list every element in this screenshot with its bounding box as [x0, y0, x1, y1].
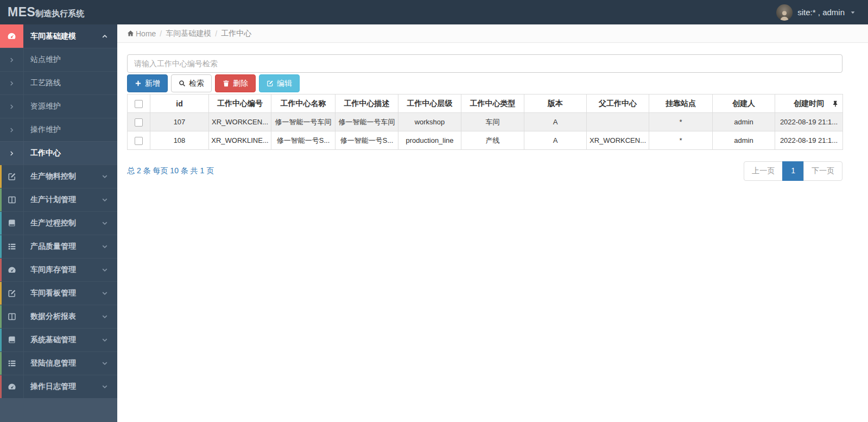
sidebar-group[interactable]: 数据分析报表 — [0, 305, 117, 328]
column-header: 工作中心描述 — [335, 95, 398, 113]
table-cell: workshop — [398, 113, 461, 131]
edit-button[interactable]: 编辑 — [259, 74, 300, 92]
list-icon — [0, 242, 23, 251]
table-cell: admin — [713, 113, 775, 131]
pagination-row: 总 2 条 每页 10 条 共 1 页 上一页 1 下一页 — [127, 161, 842, 181]
row-checkbox[interactable] — [135, 137, 143, 145]
chevron-down-icon — [102, 220, 108, 226]
sidebar-group-label: 生产计划管理 — [23, 195, 102, 205]
sidebar-group-label: 车间看板管理 — [23, 288, 102, 298]
search-button[interactable]: 检索 — [171, 74, 212, 92]
chevron-right-icon — [0, 150, 23, 156]
sidebar-groups: 生产物料控制生产计划管理生产过程控制产品质量管理车间库存管理车间看板管理数据分析… — [0, 165, 117, 398]
group-color-strip — [0, 235, 2, 258]
delete-button[interactable]: 删除 — [215, 74, 256, 92]
sidebar-group-label: 车间库存管理 — [23, 265, 102, 275]
group-color-strip — [0, 165, 2, 188]
sidebar-item[interactable]: 工艺路线 — [0, 71, 117, 95]
table-cell — [587, 113, 649, 131]
edit-icon — [267, 80, 274, 87]
breadcrumb-section[interactable]: 车间基础建模 — [166, 29, 211, 39]
table-cell: 修一智能一号车间 — [271, 113, 335, 131]
sidebar-item[interactable]: 站点维护 — [0, 48, 117, 71]
pagination: 上一页 1 下一页 — [744, 161, 842, 181]
breadcrumb-separator: / — [215, 29, 217, 38]
column-header: 创建时间 — [775, 95, 843, 113]
column-header: 挂靠站点 — [649, 95, 713, 113]
breadcrumb-current: 工作中心 — [221, 29, 251, 39]
sidebar-group[interactable]: 生产过程控制 — [0, 211, 117, 235]
search-icon — [179, 80, 186, 87]
trash-icon — [223, 80, 230, 87]
chevron-up-icon — [102, 33, 108, 40]
sidebar: 车间基础建模 站点维护工艺路线资源维护操作维护工作中心 生产物料控制生产计划管理… — [0, 24, 117, 422]
delete-button-label: 删除 — [233, 79, 248, 89]
column-header: 工作中心类型 — [461, 95, 524, 113]
chevron-down-icon — [102, 383, 108, 390]
table-cell: * — [649, 113, 713, 131]
row-checkbox-cell — [128, 113, 150, 131]
next-page-button[interactable]: 下一页 — [803, 161, 842, 181]
chevron-right-icon — [0, 57, 23, 63]
chevron-right-icon — [0, 127, 23, 133]
select-all-checkbox[interactable] — [135, 100, 143, 108]
table-cell: XR_WORKCEN... — [209, 113, 271, 131]
prev-page-button[interactable]: 上一页 — [744, 161, 783, 181]
user-menu[interactable]: site:* , admin — [776, 4, 868, 21]
group-color-strip — [0, 259, 2, 281]
add-button-label: 新增 — [145, 79, 160, 89]
table-cell: 产线 — [461, 131, 524, 150]
logo-subtitle-text: 制造执行系统 — [35, 9, 84, 18]
table-cell: 修一智能一号S... — [271, 131, 335, 150]
sidebar-item[interactable]: 资源维护 — [0, 95, 117, 118]
add-button[interactable]: 新增 — [127, 74, 168, 92]
sidebar-group-label: 生产过程控制 — [23, 218, 102, 228]
group-color-strip — [0, 375, 2, 398]
book-icon — [0, 219, 23, 228]
search-input[interactable] — [127, 54, 842, 73]
sidebar-group-active[interactable]: 车间基础建模 — [0, 24, 117, 48]
sidebar-item[interactable]: 操作维护 — [0, 118, 117, 141]
sidebar-group[interactable]: 产品质量管理 — [0, 235, 117, 258]
sidebar-group[interactable]: 生产物料控制 — [0, 165, 117, 188]
chevron-down-icon — [102, 197, 108, 203]
table-row: 107XR_WORKCEN...修一智能一号车间修一智能一号车间workshop… — [128, 113, 843, 131]
dashboard-icon — [0, 266, 23, 274]
table-cell: 修一智能一号S... — [335, 131, 398, 150]
table-cell: 2022-08-19 21:1... — [775, 131, 843, 150]
pushpin-icon — [832, 100, 839, 107]
sidebar-group[interactable]: 车间库存管理 — [0, 258, 117, 281]
chevron-down-icon — [102, 267, 108, 273]
chevron-down-icon — [102, 360, 108, 367]
sidebar-group[interactable]: 登陆信息管理 — [0, 351, 117, 375]
column-header: 创建人 — [713, 95, 775, 113]
sidebar-item[interactable]: 工作中心 — [0, 141, 117, 165]
sidebar-item-label: 工作中心 — [23, 148, 61, 158]
group-color-strip — [0, 282, 2, 305]
sidebar-submenu: 站点维护工艺路线资源维护操作维护工作中心 — [0, 48, 117, 165]
sidebar-group[interactable]: 生产计划管理 — [0, 188, 117, 211]
caret-down-icon — [850, 9, 856, 16]
page-1-button[interactable]: 1 — [782, 161, 804, 181]
app-logo: MES制造执行系统 — [0, 5, 84, 20]
sidebar-group-label: 生产物料控制 — [23, 172, 102, 181]
pagination-summary: 总 2 条 每页 10 条 共 1 页 — [127, 166, 214, 176]
book-icon — [0, 336, 23, 344]
sidebar-group[interactable]: 操作日志管理 — [0, 375, 117, 398]
sidebar-group[interactable]: 车间看板管理 — [0, 281, 117, 305]
table-cell: 107 — [150, 113, 209, 131]
dashboard-icon — [0, 382, 23, 391]
sidebar-group[interactable]: 系统基础管理 — [0, 328, 117, 351]
page-body: 新增 检索 删除 编辑 — [117, 43, 842, 181]
breadcrumb-separator: / — [160, 29, 162, 38]
user-label: site:* , admin — [797, 8, 845, 17]
sidebar-group-label: 数据分析报表 — [23, 312, 102, 322]
chevron-down-icon — [102, 173, 108, 180]
row-checkbox[interactable] — [135, 118, 143, 127]
edit-icon — [0, 289, 23, 298]
table-body: 107XR_WORKCEN...修一智能一号车间修一智能一号车间workshop… — [128, 113, 843, 150]
chevron-down-icon — [102, 337, 108, 343]
breadcrumb-home[interactable]: Home — [136, 29, 156, 38]
sidebar-item-label: 资源维护 — [23, 102, 61, 111]
search-button-label: 检索 — [189, 79, 204, 89]
